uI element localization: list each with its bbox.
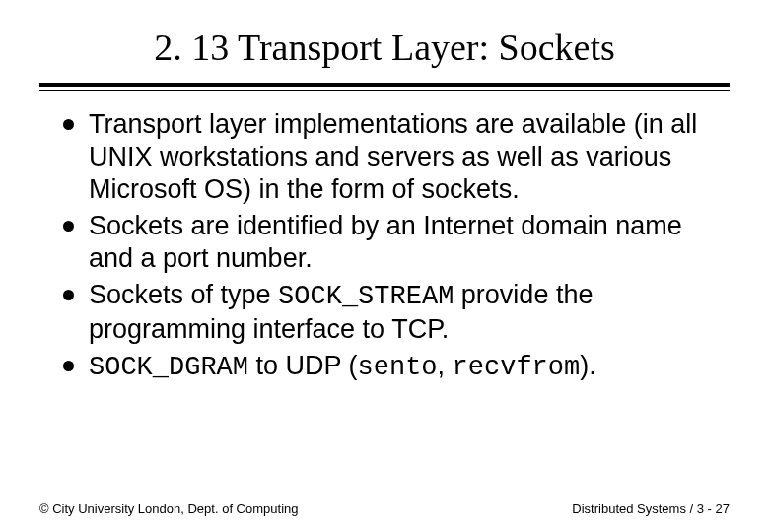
bullet-list: Transport layer implementations are avai… <box>61 108 708 384</box>
code-text: sento <box>358 353 438 382</box>
code-text: recvfrom <box>453 353 581 382</box>
body-text: Sockets are identified by an Internet do… <box>89 211 682 273</box>
body-text: Sockets of type <box>89 280 278 309</box>
bullet-icon <box>63 221 74 232</box>
body-text: , <box>438 351 453 380</box>
list-item: Sockets are identified by an Internet do… <box>61 210 708 275</box>
body-text: ). <box>580 351 596 380</box>
footer: © City University London, Dept. of Compu… <box>39 501 730 516</box>
bullet-icon <box>63 290 74 300</box>
content-area: Transport layer implementations are avai… <box>39 108 730 384</box>
body-text: to UDP ( <box>248 351 358 380</box>
slide-title: 2. 13 Transport Layer: Sockets <box>39 26 730 69</box>
rule-thick <box>39 83 730 87</box>
bullet-icon <box>63 361 74 371</box>
code-text: SOCK_DGRAM <box>89 353 248 382</box>
list-item: SOCK_DGRAM to UDP (sento, recvfrom). <box>61 350 708 384</box>
bullet-icon <box>63 119 74 130</box>
title-rule <box>39 83 730 91</box>
rule-thin <box>39 90 730 91</box>
list-item: Sockets of type SOCK_STREAM provide the … <box>61 279 708 346</box>
code-text: SOCK_STREAM <box>278 282 454 311</box>
list-item: Transport layer implementations are avai… <box>61 108 708 206</box>
footer-right: Distributed Systems / 3 - 27 <box>572 501 730 516</box>
body-text: Transport layer implementations are avai… <box>89 109 697 204</box>
slide: 2. 13 Transport Layer: Sockets Transport… <box>0 0 769 532</box>
footer-left: © City University London, Dept. of Compu… <box>39 501 298 516</box>
